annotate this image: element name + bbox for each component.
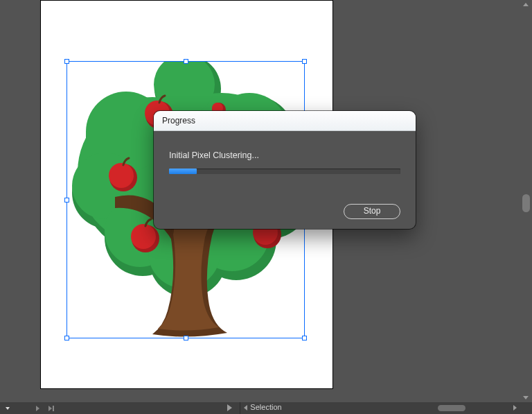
progress-bar-fill (169, 169, 197, 174)
resize-handle-top-left[interactable] (64, 59, 69, 64)
resize-handle-bottom-right[interactable] (302, 336, 307, 340)
horizontal-scroll-thumb[interactable] (438, 405, 466, 411)
scroll-right-icon[interactable] (513, 405, 517, 411)
scroll-up-icon[interactable] (523, 3, 529, 6)
resize-handle-bottom[interactable] (184, 336, 188, 340)
scroll-down-icon[interactable] (523, 396, 529, 399)
vertical-scroll-thumb[interactable] (522, 194, 530, 212)
progress-dialog: Progress Initial Pixel Clustering... Sto… (154, 111, 416, 229)
dialog-title: Progress (154, 111, 416, 131)
scroll-left-icon[interactable] (244, 405, 247, 411)
scrollbar-corner (520, 402, 532, 414)
status-bar: Selection (0, 402, 532, 414)
timeline-play-icon[interactable] (227, 404, 232, 411)
resize-handle-bottom-left[interactable] (64, 336, 69, 340)
stop-button[interactable]: Stop (344, 204, 400, 219)
progress-message: Initial Pixel Clustering... (169, 150, 400, 160)
progress-bar (169, 169, 400, 174)
resize-handle-top[interactable] (184, 59, 188, 64)
resize-handle-top-right[interactable] (302, 59, 307, 64)
vertical-scrollbar[interactable] (520, 0, 532, 402)
horizontal-scrollbar[interactable] (240, 402, 520, 414)
resize-handle-left[interactable] (64, 198, 69, 202)
